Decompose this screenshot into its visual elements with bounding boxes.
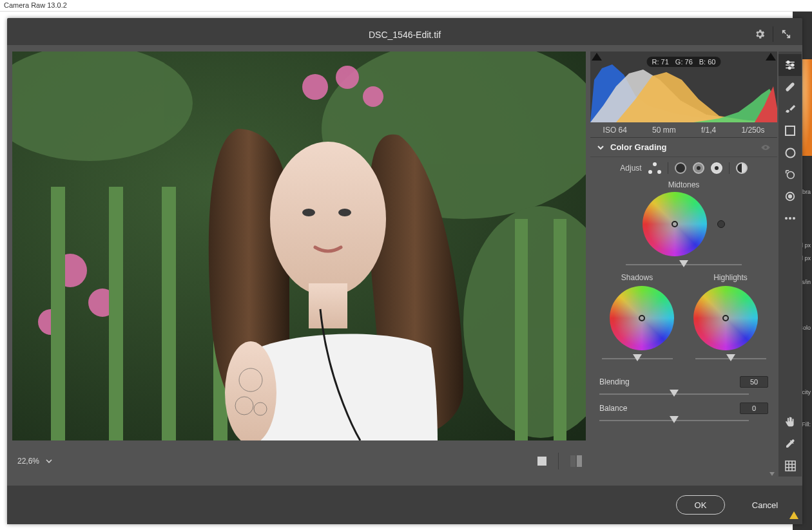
svg-rect-14 — [515, 219, 528, 440]
before-after-button[interactable] — [570, 455, 582, 467]
file-name: DSC_1546-Edit.tif — [369, 30, 441, 40]
balance-row: Balance — [590, 400, 777, 414]
adjust-midtones-button[interactable] — [693, 162, 704, 174]
shadow-clip-indicator[interactable] — [592, 53, 602, 61]
image-preview[interactable] — [12, 52, 586, 440]
adjust-mode-row: Adjust — [590, 157, 777, 178]
svg-point-16 — [270, 142, 386, 296]
svg-point-24 — [787, 61, 789, 64]
balance-slider[interactable] — [599, 416, 749, 425]
adjust-highlights-button[interactable] — [711, 162, 722, 174]
hand-tool[interactable] — [778, 411, 802, 433]
shadows-label: Shadows — [590, 270, 684, 283]
wheel-picker-dot[interactable] — [722, 315, 729, 321]
svg-point-26 — [788, 67, 791, 70]
zoom-dropdown[interactable]: 22,6% — [12, 457, 52, 466]
adjust-shadows-button[interactable] — [675, 162, 686, 174]
red-eye-tool[interactable] — [778, 185, 802, 207]
chevron-down-icon — [597, 144, 604, 151]
blending-row: Blending — [590, 374, 777, 388]
exif-readout: ISO 64 50 mm f/1,4 1/250s — [590, 122, 777, 138]
hand-icon — [784, 416, 796, 428]
svg-point-32 — [789, 195, 792, 198]
svg-point-19 — [338, 209, 351, 216]
shadows-luminance-slider[interactable] — [602, 354, 673, 363]
exif-shutter: 1/250s — [741, 126, 764, 135]
separator — [668, 162, 668, 174]
separator — [773, 26, 773, 42]
separator — [558, 453, 559, 469]
svg-rect-15 — [554, 219, 566, 440]
ps-label: Fill: — [802, 421, 811, 428]
fullscreen-button[interactable] — [775, 24, 797, 44]
eyedropper-icon — [784, 438, 796, 450]
histogram-graph — [590, 61, 777, 122]
balance-input[interactable] — [740, 402, 768, 414]
visibility-toggle[interactable] — [760, 144, 771, 151]
cancel-button[interactable]: Cancel — [740, 495, 789, 515]
edit-tool[interactable] — [778, 54, 802, 76]
color-sampler-tool[interactable] — [778, 433, 802, 455]
redeye-icon — [784, 191, 796, 202]
ok-button[interactable]: OK — [676, 495, 725, 515]
bandage-icon — [784, 80, 797, 93]
svg-point-33 — [785, 217, 788, 220]
blending-input[interactable] — [740, 376, 768, 388]
svg-rect-36 — [785, 460, 795, 470]
graduated-filter-tool[interactable] — [778, 120, 802, 142]
svg-rect-11 — [162, 187, 176, 440]
svg-point-30 — [788, 172, 795, 179]
adjust-three-way-button[interactable] — [648, 162, 661, 174]
square-icon — [785, 126, 795, 136]
tool-strip — [778, 52, 802, 477]
radial-filter-tool[interactable] — [778, 142, 802, 164]
target-plus-icon — [784, 169, 796, 180]
circle-icon — [785, 147, 796, 158]
adjust-global-button[interactable] — [736, 162, 748, 174]
adjustment-brush-tool[interactable] — [778, 98, 802, 120]
section-color-grading-header[interactable]: Color Grading — [590, 138, 777, 157]
svg-rect-28 — [786, 126, 795, 135]
targeted-adjustment-tool[interactable] — [778, 164, 802, 185]
svg-point-29 — [786, 148, 795, 157]
midtones-label: Midtones — [590, 178, 777, 191]
svg-point-18 — [302, 209, 315, 216]
more-tools[interactable] — [778, 207, 802, 229]
wheel-picker-dot[interactable] — [639, 315, 645, 321]
svg-point-35 — [793, 217, 795, 220]
svg-point-9 — [363, 86, 383, 107]
warning-icon[interactable] — [789, 511, 798, 519]
ellipsis-icon — [784, 216, 796, 220]
camera-raw-dialog: DSC_1546-Edit.tif — [7, 18, 802, 524]
svg-point-34 — [789, 217, 791, 220]
single-view-button[interactable] — [537, 457, 546, 466]
highlight-clip-indicator[interactable] — [766, 53, 776, 61]
midtones-color-wheel[interactable] — [643, 192, 707, 256]
highlights-luminance-slider[interactable] — [695, 354, 766, 363]
histogram[interactable]: R: 71 G: 76 B: 60 — [590, 52, 777, 122]
gear-icon — [754, 28, 766, 40]
dialog-body: 22,6% R: 71 G: 76 B: 60 — [7, 45, 802, 486]
svg-point-25 — [791, 64, 794, 66]
svg-point-8 — [336, 66, 359, 89]
os-window-title: Camera Raw 13.0.2 — [0, 0, 812, 12]
svg-rect-10 — [109, 187, 123, 440]
grid-tool[interactable] — [778, 455, 802, 477]
highlights-label: Highlights — [684, 270, 777, 283]
ps-label: l px — [802, 255, 811, 261]
shadows-color-wheel[interactable] — [610, 286, 674, 350]
midtones-luminance-dot[interactable] — [717, 220, 725, 228]
brush-icon — [784, 103, 796, 115]
scroll-down-arrow[interactable] — [768, 471, 776, 477]
blending-label: Blending — [599, 377, 630, 386]
preview-footer: 22,6% — [12, 448, 586, 475]
wheel-picker-dot[interactable] — [672, 221, 678, 227]
spot-removal-tool[interactable] — [778, 76, 802, 98]
zoom-value: 22,6% — [17, 457, 39, 466]
midtones-luminance-slider[interactable] — [626, 260, 742, 269]
settings-button[interactable] — [749, 24, 771, 44]
edit-panel: R: 71 G: 76 B: 60 ISO 64 50 mm f/1,4 1/2… — [590, 52, 777, 477]
svg-rect-17 — [309, 283, 347, 328]
blending-slider[interactable] — [599, 390, 749, 399]
highlights-color-wheel[interactable] — [693, 286, 758, 350]
